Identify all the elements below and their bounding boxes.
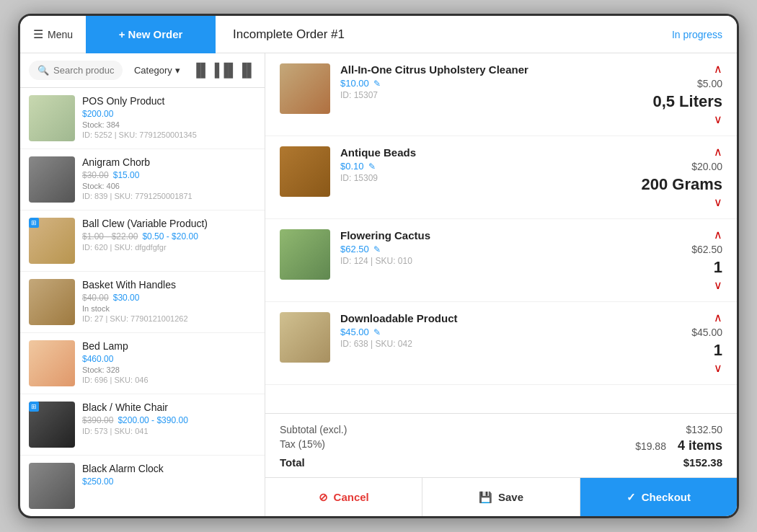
product-thumbnail: ⊞ bbox=[29, 218, 75, 264]
category-label: Category bbox=[134, 65, 172, 76]
product-thumbnail: ⊞ bbox=[29, 402, 75, 448]
product-info: Black / White Chair$390.00$200.00 - $390… bbox=[75, 402, 256, 435]
product-name: Anigram Chorb bbox=[82, 156, 256, 168]
list-item[interactable]: Black Alarm Clock$250.00 bbox=[20, 456, 265, 516]
order-item-name: All-In-One Citrus Upholstery Cleaner bbox=[340, 63, 626, 76]
price-current: $15.00 bbox=[113, 170, 140, 180]
price-original: $1.00 - $22.00 bbox=[82, 231, 138, 241]
quantity-value[interactable]: 1 bbox=[714, 258, 722, 277]
tax-row: Tax (15%) $19.88 4 items bbox=[280, 438, 722, 453]
list-item[interactable]: ⊞Ball Clew (Variable Product)$1.00 - $22… bbox=[20, 210, 265, 272]
product-info: Anigram Chorb$30.00$15.00Stock: 406ID: 8… bbox=[75, 156, 256, 200]
order-item-price-row: $0.10✎ bbox=[340, 161, 626, 172]
product-name: Black / White Chair bbox=[82, 402, 256, 413]
order-title: Incomplete Order #1 bbox=[216, 27, 672, 42]
quantity-value[interactable]: 200 Grams bbox=[641, 175, 722, 194]
product-info: Basket With Handles$40.00$30.00In stockI… bbox=[75, 279, 256, 323]
expand-up-icon[interactable]: ∧ bbox=[714, 312, 722, 324]
price-original: $390.00 bbox=[82, 415, 113, 425]
check-icon: ✓ bbox=[627, 491, 636, 504]
product-info: Ball Clew (Variable Product)$1.00 - $22.… bbox=[75, 218, 256, 252]
cancel-button[interactable]: ⊘ Cancel bbox=[265, 478, 422, 516]
order-item: All-In-One Citrus Upholstery Cleaner$10.… bbox=[265, 53, 737, 136]
order-item-price-row: $62.50✎ bbox=[340, 244, 626, 254]
total-value: $152.38 bbox=[683, 456, 722, 469]
quantity-value[interactable]: 0,5 Liters bbox=[652, 92, 722, 111]
tax-value: $19.88 bbox=[635, 440, 666, 452]
expand-down-icon[interactable]: ∨ bbox=[714, 114, 722, 125]
product-meta: ID: 5252 | SKU: 7791250001345 bbox=[82, 130, 256, 139]
cancel-icon: ⊘ bbox=[319, 491, 328, 504]
search-icon: 🔍 bbox=[37, 65, 49, 76]
quantity-value[interactable]: 1 bbox=[714, 341, 722, 360]
app-frame: ☰ Menu + New Order Incomplete Order #1 I… bbox=[18, 14, 739, 518]
order-item-price: $0.10 bbox=[340, 161, 364, 172]
order-item-thumbnail bbox=[280, 63, 330, 114]
list-item[interactable]: Bed Lamp$460.00Stock: 328ID: 696 | SKU: … bbox=[20, 333, 265, 394]
menu-label: Menu bbox=[48, 29, 73, 40]
order-item: Antique Beads$0.10✎ID: 15309∧$20.00200 G… bbox=[265, 136, 737, 219]
list-item[interactable]: ⊞Black / White Chair$390.00$200.00 - $39… bbox=[20, 394, 265, 456]
edit-price-icon[interactable]: ✎ bbox=[368, 161, 376, 172]
expand-up-icon[interactable]: ∧ bbox=[714, 146, 722, 158]
menu-button[interactable]: ☰ Menu bbox=[20, 27, 86, 41]
product-name: Basket With Handles bbox=[82, 279, 256, 291]
price-row: $460.00 bbox=[82, 354, 256, 364]
cancel-label: Cancel bbox=[334, 491, 369, 503]
order-item-info: Antique Beads$0.10✎ID: 15309 bbox=[340, 146, 626, 183]
order-item-meta: ID: 15307 bbox=[340, 90, 626, 100]
line-total-price: $5.00 bbox=[697, 78, 722, 89]
expand-down-icon[interactable]: ∨ bbox=[714, 197, 722, 208]
tax-label: Tax (15%) bbox=[280, 438, 325, 453]
price-row: $250.00 bbox=[82, 476, 256, 487]
price-row: $40.00$30.00 bbox=[82, 293, 256, 303]
product-name: POS Only Product bbox=[82, 95, 256, 107]
hamburger-icon: ☰ bbox=[33, 27, 43, 41]
checkout-label: Checkout bbox=[642, 491, 691, 503]
product-name: Ball Clew (Variable Product) bbox=[82, 218, 256, 229]
order-item-meta: ID: 124 | SKU: 010 bbox=[340, 256, 626, 266]
expand-down-icon[interactable]: ∨ bbox=[714, 280, 722, 291]
order-item: Flowering Cactus$62.50✎ID: 124 | SKU: 01… bbox=[265, 219, 737, 302]
price-current: $30.00 bbox=[113, 293, 140, 303]
product-info: POS Only Product$200.00Stock: 384ID: 525… bbox=[75, 95, 256, 139]
line-total-price: $20.00 bbox=[691, 161, 722, 172]
order-item-price: $62.50 bbox=[340, 244, 369, 254]
expand-up-icon[interactable]: ∧ bbox=[714, 229, 722, 241]
order-item-price: $45.00 bbox=[340, 327, 369, 337]
edit-price-icon[interactable]: ✎ bbox=[373, 79, 381, 89]
save-label: Save bbox=[498, 491, 523, 503]
stock-info: Stock: 384 bbox=[82, 120, 256, 129]
barcode-icon[interactable]: ▐▌▐▐▌▐▌ bbox=[192, 63, 256, 78]
expand-down-icon[interactable]: ∨ bbox=[714, 363, 722, 374]
variable-badge: ⊞ bbox=[29, 402, 39, 412]
save-button[interactable]: 💾 Save bbox=[422, 478, 580, 516]
list-item[interactable]: POS Only Product$200.00Stock: 384ID: 525… bbox=[20, 88, 265, 149]
subtotal-value: $132.50 bbox=[686, 424, 722, 435]
order-item-quantity-section: ∧$62.501∨ bbox=[636, 229, 722, 291]
items-count: 4 items bbox=[678, 438, 722, 453]
search-input-wrap[interactable]: 🔍 bbox=[29, 61, 123, 80]
order-item-quantity-section: ∧$45.001∨ bbox=[636, 312, 722, 374]
price-current: $200.00 bbox=[82, 109, 113, 119]
expand-up-icon[interactable]: ∧ bbox=[714, 63, 722, 75]
order-item: Downloadable Product$45.00✎ID: 638 | SKU… bbox=[265, 302, 737, 385]
new-order-button[interactable]: + New Order bbox=[86, 16, 216, 53]
order-item-name: Antique Beads bbox=[340, 146, 626, 159]
price-current: $200.00 - $390.00 bbox=[118, 415, 187, 425]
list-item[interactable]: Anigram Chorb$30.00$15.00Stock: 406ID: 8… bbox=[20, 149, 265, 210]
checkout-button[interactable]: ✓ Checkout bbox=[580, 478, 737, 516]
order-item-thumbnail bbox=[280, 146, 330, 197]
price-original: $30.00 bbox=[82, 170, 109, 180]
category-filter[interactable]: Category ▾ bbox=[128, 61, 186, 80]
edit-price-icon[interactable]: ✎ bbox=[373, 327, 381, 337]
category-arrow-icon: ▾ bbox=[175, 65, 180, 76]
list-item[interactable]: Basket With Handles$40.00$30.00In stockI… bbox=[20, 272, 265, 333]
edit-price-icon[interactable]: ✎ bbox=[373, 244, 381, 254]
product-thumbnail bbox=[29, 279, 75, 325]
price-current: $250.00 bbox=[82, 476, 113, 487]
price-row: $30.00$15.00 bbox=[82, 170, 256, 180]
order-item-name: Flowering Cactus bbox=[340, 229, 626, 241]
search-input[interactable] bbox=[53, 65, 114, 76]
total-label: Total bbox=[280, 456, 305, 469]
